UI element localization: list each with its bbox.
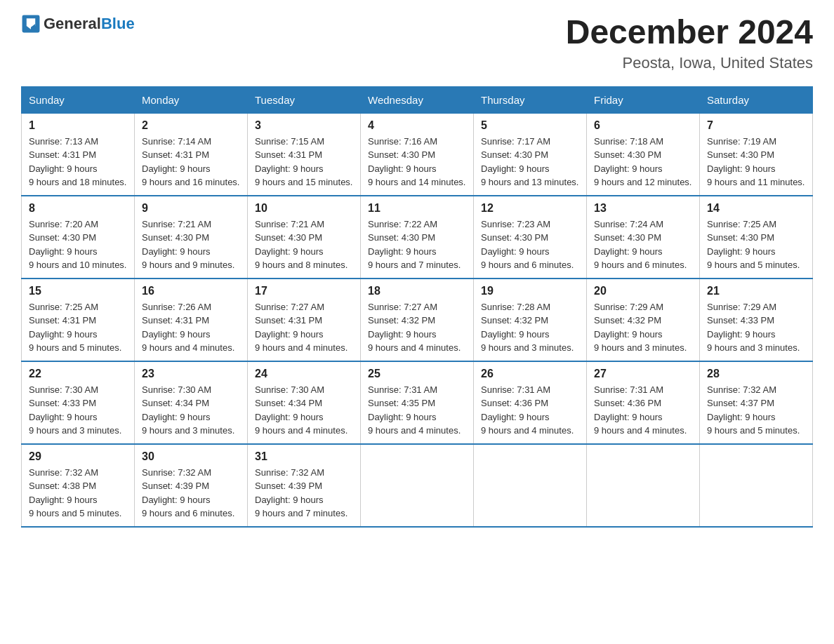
day-info: Sunrise: 7:22 AMSunset: 4:30 PMDaylight:… xyxy=(368,217,466,272)
calendar-cell: 30Sunrise: 7:32 AMSunset: 4:39 PMDayligh… xyxy=(135,444,248,527)
day-number: 12 xyxy=(481,202,579,215)
day-info: Sunrise: 7:27 AMSunset: 4:31 PMDaylight:… xyxy=(255,300,353,355)
day-info: Sunrise: 7:24 AMSunset: 4:30 PMDaylight:… xyxy=(594,217,692,272)
week-row-5: 29Sunrise: 7:32 AMSunset: 4:38 PMDayligh… xyxy=(22,444,813,527)
day-number: 25 xyxy=(368,368,466,380)
calendar-cell: 31Sunrise: 7:32 AMSunset: 4:39 PMDayligh… xyxy=(248,444,361,527)
day-info: Sunrise: 7:23 AMSunset: 4:30 PMDaylight:… xyxy=(481,217,579,272)
day-number: 30 xyxy=(142,450,240,463)
logo: GeneralBlue xyxy=(21,14,135,34)
calendar-cell: 10Sunrise: 7:21 AMSunset: 4:30 PMDayligh… xyxy=(248,196,361,279)
header-thursday: Thursday xyxy=(474,86,587,113)
day-info: Sunrise: 7:21 AMSunset: 4:30 PMDaylight:… xyxy=(255,217,353,272)
calendar-cell: 4Sunrise: 7:16 AMSunset: 4:30 PMDaylight… xyxy=(361,113,474,196)
day-info: Sunrise: 7:28 AMSunset: 4:32 PMDaylight:… xyxy=(481,300,579,355)
week-row-3: 15Sunrise: 7:25 AMSunset: 4:31 PMDayligh… xyxy=(22,279,813,361)
day-info: Sunrise: 7:29 AMSunset: 4:32 PMDaylight:… xyxy=(594,300,692,355)
logo-icon xyxy=(21,14,41,34)
day-number: 4 xyxy=(368,119,466,132)
calendar-cell: 26Sunrise: 7:31 AMSunset: 4:36 PMDayligh… xyxy=(474,361,587,444)
calendar-cell: 15Sunrise: 7:25 AMSunset: 4:31 PMDayligh… xyxy=(22,279,135,361)
calendar-cell: 3Sunrise: 7:15 AMSunset: 4:31 PMDaylight… xyxy=(248,113,361,196)
day-info: Sunrise: 7:30 AMSunset: 4:33 PMDaylight:… xyxy=(29,383,127,438)
day-info: Sunrise: 7:27 AMSunset: 4:32 PMDaylight:… xyxy=(368,300,466,355)
day-info: Sunrise: 7:15 AMSunset: 4:31 PMDaylight:… xyxy=(255,135,353,189)
calendar-cell xyxy=(474,444,587,527)
calendar-cell: 7Sunrise: 7:19 AMSunset: 4:30 PMDaylight… xyxy=(700,113,813,196)
day-number: 29 xyxy=(29,450,127,463)
day-number: 16 xyxy=(142,285,240,297)
header-tuesday: Tuesday xyxy=(248,86,361,113)
day-info: Sunrise: 7:26 AMSunset: 4:31 PMDaylight:… xyxy=(142,300,240,355)
calendar-cell: 22Sunrise: 7:30 AMSunset: 4:33 PMDayligh… xyxy=(22,361,135,444)
day-info: Sunrise: 7:32 AMSunset: 4:39 PMDaylight:… xyxy=(255,466,353,521)
calendar-cell: 27Sunrise: 7:31 AMSunset: 4:36 PMDayligh… xyxy=(587,361,700,444)
day-info: Sunrise: 7:29 AMSunset: 4:33 PMDaylight:… xyxy=(707,300,805,355)
calendar-cell: 17Sunrise: 7:27 AMSunset: 4:31 PMDayligh… xyxy=(248,279,361,361)
header-monday: Monday xyxy=(135,86,248,113)
day-number: 26 xyxy=(481,368,579,380)
day-info: Sunrise: 7:14 AMSunset: 4:31 PMDaylight:… xyxy=(142,135,240,189)
calendar-cell: 1Sunrise: 7:13 AMSunset: 4:31 PMDaylight… xyxy=(22,113,135,196)
calendar-cell: 19Sunrise: 7:28 AMSunset: 4:32 PMDayligh… xyxy=(474,279,587,361)
calendar-table: Sunday Monday Tuesday Wednesday Thursday… xyxy=(21,86,813,528)
calendar-cell: 6Sunrise: 7:18 AMSunset: 4:30 PMDaylight… xyxy=(587,113,700,196)
day-info: Sunrise: 7:18 AMSunset: 4:30 PMDaylight:… xyxy=(594,135,692,189)
header-saturday: Saturday xyxy=(700,86,813,113)
day-info: Sunrise: 7:21 AMSunset: 4:30 PMDaylight:… xyxy=(142,217,240,272)
day-info: Sunrise: 7:20 AMSunset: 4:30 PMDaylight:… xyxy=(29,217,127,272)
page-header: GeneralBlue December 2024 Peosta, Iowa, … xyxy=(21,14,813,72)
day-number: 10 xyxy=(255,202,353,215)
day-number: 21 xyxy=(707,285,805,297)
calendar-cell: 16Sunrise: 7:26 AMSunset: 4:31 PMDayligh… xyxy=(135,279,248,361)
calendar-cell xyxy=(587,444,700,527)
calendar-cell xyxy=(361,444,474,527)
logo-blue-text: Blue xyxy=(101,15,135,32)
calendar-cell: 9Sunrise: 7:21 AMSunset: 4:30 PMDaylight… xyxy=(135,196,248,279)
header-row: Sunday Monday Tuesday Wednesday Thursday… xyxy=(22,86,813,113)
day-number: 31 xyxy=(255,450,353,463)
header-friday: Friday xyxy=(587,86,700,113)
header-sunday: Sunday xyxy=(22,86,135,113)
calendar-cell: 11Sunrise: 7:22 AMSunset: 4:30 PMDayligh… xyxy=(361,196,474,279)
day-info: Sunrise: 7:25 AMSunset: 4:30 PMDaylight:… xyxy=(707,217,805,272)
calendar-cell xyxy=(700,444,813,527)
week-row-4: 22Sunrise: 7:30 AMSunset: 4:33 PMDayligh… xyxy=(22,361,813,444)
day-number: 2 xyxy=(142,119,240,132)
day-number: 1 xyxy=(29,119,127,132)
day-number: 11 xyxy=(368,202,466,215)
calendar-cell: 28Sunrise: 7:32 AMSunset: 4:37 PMDayligh… xyxy=(700,361,813,444)
day-info: Sunrise: 7:13 AMSunset: 4:31 PMDaylight:… xyxy=(29,135,127,189)
day-number: 9 xyxy=(142,202,240,215)
day-number: 13 xyxy=(594,202,692,215)
calendar-cell: 8Sunrise: 7:20 AMSunset: 4:30 PMDaylight… xyxy=(22,196,135,279)
day-info: Sunrise: 7:17 AMSunset: 4:30 PMDaylight:… xyxy=(481,135,579,189)
day-number: 6 xyxy=(594,119,692,132)
day-number: 22 xyxy=(29,368,127,380)
day-info: Sunrise: 7:32 AMSunset: 4:38 PMDaylight:… xyxy=(29,466,127,521)
calendar-cell: 24Sunrise: 7:30 AMSunset: 4:34 PMDayligh… xyxy=(248,361,361,444)
day-number: 23 xyxy=(142,368,240,380)
calendar-cell: 20Sunrise: 7:29 AMSunset: 4:32 PMDayligh… xyxy=(587,279,700,361)
calendar-cell: 12Sunrise: 7:23 AMSunset: 4:30 PMDayligh… xyxy=(474,196,587,279)
week-row-1: 1Sunrise: 7:13 AMSunset: 4:31 PMDaylight… xyxy=(22,113,813,196)
day-number: 28 xyxy=(707,368,805,380)
calendar-cell: 21Sunrise: 7:29 AMSunset: 4:33 PMDayligh… xyxy=(700,279,813,361)
day-info: Sunrise: 7:31 AMSunset: 4:35 PMDaylight:… xyxy=(368,383,466,438)
calendar-cell: 5Sunrise: 7:17 AMSunset: 4:30 PMDaylight… xyxy=(474,113,587,196)
calendar-header: Sunday Monday Tuesday Wednesday Thursday… xyxy=(22,86,813,113)
day-info: Sunrise: 7:32 AMSunset: 4:37 PMDaylight:… xyxy=(707,383,805,438)
day-number: 7 xyxy=(707,119,805,132)
day-info: Sunrise: 7:31 AMSunset: 4:36 PMDaylight:… xyxy=(481,383,579,438)
calendar-cell: 25Sunrise: 7:31 AMSunset: 4:35 PMDayligh… xyxy=(361,361,474,444)
day-info: Sunrise: 7:16 AMSunset: 4:30 PMDaylight:… xyxy=(368,135,466,189)
day-info: Sunrise: 7:32 AMSunset: 4:39 PMDaylight:… xyxy=(142,466,240,521)
header-wednesday: Wednesday xyxy=(361,86,474,113)
day-number: 3 xyxy=(255,119,353,132)
day-number: 24 xyxy=(255,368,353,380)
day-info: Sunrise: 7:25 AMSunset: 4:31 PMDaylight:… xyxy=(29,300,127,355)
calendar-cell: 13Sunrise: 7:24 AMSunset: 4:30 PMDayligh… xyxy=(587,196,700,279)
day-info: Sunrise: 7:30 AMSunset: 4:34 PMDaylight:… xyxy=(255,383,353,438)
day-info: Sunrise: 7:31 AMSunset: 4:36 PMDaylight:… xyxy=(594,383,692,438)
calendar-title: December 2024 xyxy=(566,14,813,51)
